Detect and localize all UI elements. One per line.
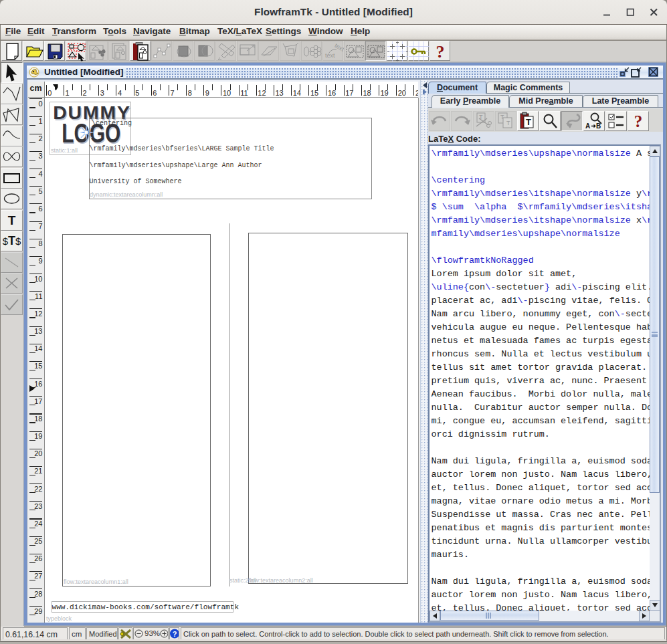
svg-text:A: A <box>585 122 590 130</box>
svg-text:?: ? <box>634 112 643 130</box>
svg-text:T: T <box>506 120 510 126</box>
svg-text:$T$: $T$ <box>3 234 21 247</box>
svg-text:T: T <box>526 117 531 127</box>
svg-text:?: ? <box>436 42 445 62</box>
svg-text:text: text <box>325 52 335 59</box>
svg-text:text: text <box>334 42 344 53</box>
svg-text:B: B <box>596 122 601 130</box>
svg-text:T: T <box>8 213 16 227</box>
svg-text:?: ? <box>173 630 177 638</box>
